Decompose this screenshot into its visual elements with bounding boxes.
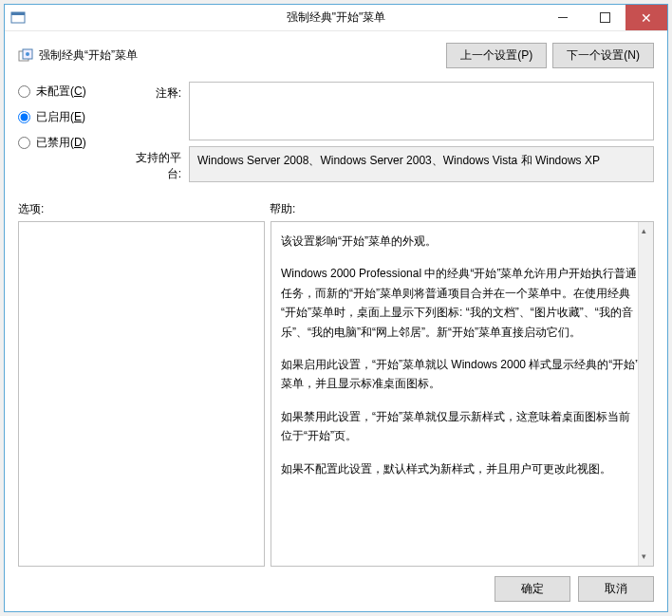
policy-editor-window: 强制经典"开始"菜单 ✕ 强制经典“开始”菜单 上一个设置(P) 下一个设置(N… (4, 4, 668, 612)
close-button[interactable]: ✕ (625, 5, 667, 30)
help-scrollbar[interactable] (638, 222, 653, 566)
minimize-button[interactable] (542, 5, 584, 30)
radio-enabled-input[interactable] (18, 111, 30, 123)
radio-disabled[interactable]: 已禁用(D) (18, 135, 122, 151)
options-label: 选项: (18, 201, 270, 217)
next-setting-button[interactable]: 下一个设置(N) (552, 43, 654, 68)
svg-point-4 (26, 52, 29, 56)
state-radio-group: 未配置(C) 已启用(E) 已禁用(D) (18, 82, 122, 182)
content-area: 强制经典“开始”菜单 上一个设置(P) 下一个设置(N) 未配置(C) 已启用(… (5, 31, 667, 611)
help-paragraph: 该设置影响“开始”菜单的外观。 (281, 232, 640, 251)
help-pane: 该设置影响“开始”菜单的外观。 Windows 2000 Professiona… (271, 221, 654, 567)
cancel-button[interactable]: 取消 (578, 576, 654, 602)
help-paragraph: 如果不配置此设置，默认样式为新样式，并且用户可更改此视图。 (281, 459, 640, 478)
comment-input[interactable] (189, 82, 654, 140)
platform-label: 支持的平台: (122, 146, 189, 182)
help-label: 帮助: (270, 201, 295, 217)
radio-enabled[interactable]: 已启用(E) (18, 109, 122, 125)
help-paragraph: 如果禁用此设置，“开始”菜单就仅显示新样式，这意味着桌面图标当前位于“开始”页。 (281, 407, 640, 446)
help-paragraph: Windows 2000 Professional 中的经典“开始”菜单允许用户… (281, 264, 640, 342)
radio-not-configured-input[interactable] (18, 85, 30, 98)
maximize-button[interactable] (584, 5, 625, 30)
policy-icon (18, 48, 33, 64)
comment-label: 注释: (122, 82, 189, 102)
options-pane (18, 221, 265, 567)
app-icon (10, 10, 26, 26)
radio-not-configured[interactable]: 未配置(C) (18, 84, 122, 100)
previous-setting-button[interactable]: 上一个设置(P) (446, 43, 547, 68)
help-paragraph: 如果启用此设置，“开始”菜单就以 Windows 2000 样式显示经典的“开始… (281, 355, 640, 394)
radio-disabled-input[interactable] (18, 137, 30, 149)
titlebar[interactable]: 强制经典"开始"菜单 ✕ (5, 5, 667, 31)
policy-name: 强制经典“开始”菜单 (39, 47, 446, 64)
svg-rect-1 (11, 12, 25, 15)
ok-button[interactable]: 确定 (495, 576, 570, 602)
supported-platform-box: Windows Server 2008、Windows Server 2003、… (189, 146, 654, 182)
